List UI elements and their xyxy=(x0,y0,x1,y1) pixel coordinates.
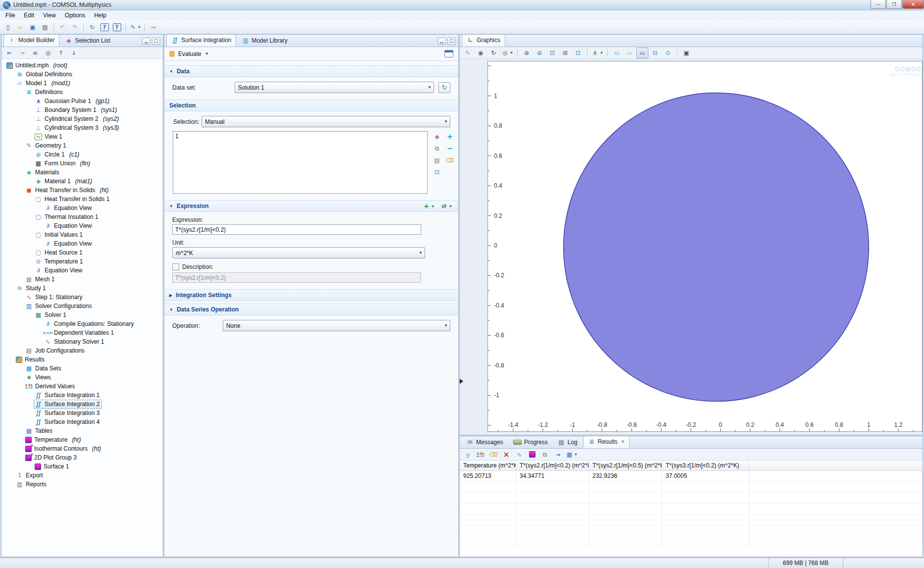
table-graph-button[interactable]: ∿ xyxy=(513,449,525,460)
operation-combobox[interactable]: None ▼ xyxy=(223,320,450,331)
menu-help[interactable]: Help xyxy=(90,11,111,20)
tree-item[interactable]: ◼Heat Transfer in Solids(ht) xyxy=(1,186,163,195)
tree-item[interactable]: ●Circle 1(c1) xyxy=(1,150,163,159)
selection-listbox[interactable]: 1 xyxy=(173,131,428,194)
copy-selection-button[interactable]: ⧉ xyxy=(431,143,443,154)
select-points-button[interactable]: ⊙ xyxy=(662,48,674,58)
tree-item[interactable]: Untitled.mph(root) xyxy=(1,61,163,70)
snapshot-button[interactable]: ▣ xyxy=(681,48,692,58)
data-set-combobox[interactable]: Solution 1 ▼ xyxy=(235,82,434,93)
evaluate-dropdown-arrow[interactable]: ▼ xyxy=(205,52,209,56)
tree-item[interactable]: xyView 1 xyxy=(1,132,163,141)
tree-item[interactable]: u,v,wDependent Variables 1 xyxy=(1,328,163,337)
selection-combobox[interactable]: Manual ▼ xyxy=(201,116,450,127)
forward-button[interactable]: → xyxy=(16,48,28,58)
tree-item[interactable]: ▩Form Union(fin) xyxy=(1,159,163,168)
create-selection-button[interactable]: ◈ xyxy=(431,131,443,142)
help-button[interactable]: ? xyxy=(98,22,110,33)
tree-item[interactable]: ∗Views xyxy=(1,373,163,382)
tree-item[interactable]: ∬Surface Integration 3 xyxy=(1,409,163,417)
tree-item[interactable]: ◈Materials xyxy=(1,168,163,177)
tree-item[interactable]: ≡Definitions xyxy=(1,88,163,97)
save-button[interactable]: ▣ xyxy=(27,22,39,33)
panel-minimize-button[interactable]: ▁ xyxy=(438,38,446,45)
panel-maximize-button[interactable]: ▢ xyxy=(447,38,456,45)
tree-item[interactable]: ∬Surface Integration 2 xyxy=(1,400,163,409)
tree-item[interactable]: ∧Gaussian Pulse 1(gp1) xyxy=(1,97,163,105)
tree-item[interactable]: ∬Surface Integration 1 xyxy=(1,391,163,400)
tree-item[interactable]: ✎Geometry 1 xyxy=(1,141,163,150)
column-header[interactable]: Temperature (m^2*K) xyxy=(460,461,516,470)
show-options-button[interactable]: ◎ xyxy=(42,48,54,58)
collapse-all-button[interactable]: ≡ xyxy=(29,48,41,58)
tree-item[interactable]: ▥Reports xyxy=(1,480,163,489)
refresh-plot-button[interactable]: ↻ xyxy=(487,48,499,58)
move-down-button[interactable]: ↓ xyxy=(68,48,80,58)
copy-table-button[interactable]: ⧉ xyxy=(539,449,551,460)
full-precision-button[interactable]: ⣶ xyxy=(462,449,474,460)
deselect-box-button[interactable]: ▭ xyxy=(624,48,635,58)
tab-graphics[interactable]: ∟Graphics xyxy=(462,34,505,47)
clear-table-button[interactable]: ⌫ xyxy=(487,449,499,460)
redo-button[interactable]: ↷ xyxy=(69,22,81,33)
tab-messages[interactable]: ✉Messages xyxy=(462,437,508,448)
domain-circle[interactable] xyxy=(564,93,869,402)
measure-button[interactable]: ↔ xyxy=(147,22,159,33)
undo-button[interactable]: ↶ xyxy=(56,22,68,33)
splitter-handle[interactable] xyxy=(460,379,463,384)
back-button[interactable]: ← xyxy=(3,48,15,58)
tree-item[interactable]: ▩Mesh 1 xyxy=(1,275,163,284)
unit-combobox[interactable]: m^2*K ▼ xyxy=(172,247,425,258)
selection-list-item[interactable]: 1 xyxy=(175,133,425,140)
tab-log[interactable]: ▤Log xyxy=(553,437,582,448)
menu-options[interactable]: Options xyxy=(60,11,90,20)
tree-item[interactable]: ▤Job Configurations xyxy=(1,346,163,355)
plot-canvas[interactable]: -1.4-1.2-1-0.8-0.6-0.4-0.200.20.40.60.81… xyxy=(487,61,923,432)
tab-close-icon[interactable]: ✕ xyxy=(621,439,625,444)
tree-item[interactable]: ∬Surface Integration 4 xyxy=(1,417,163,426)
tree-item[interactable]: ▢Thermal Insulation 1 xyxy=(1,212,163,221)
delete-table-button[interactable]: × xyxy=(500,449,512,460)
tab-surface-integration[interactable]: ∬Surface Integration xyxy=(166,34,236,47)
tree-item[interactable]: 8.85e-12Derived Values xyxy=(1,382,163,391)
clear-selection-button[interactable]: ⌫ xyxy=(444,155,456,166)
column-header[interactable]: T*(sys3.r[1/m]<0.2) (m^2*K) xyxy=(662,461,749,470)
material-browser-button[interactable]: ✎▼ xyxy=(128,22,142,33)
zoom-extents-button[interactable]: ⊞ xyxy=(559,48,571,58)
tree-item[interactable]: ≡Global Definitions xyxy=(1,70,163,79)
tree-item[interactable]: ▢Heat Source 1 xyxy=(1,248,163,257)
tab-results[interactable]: ≣Results✕ xyxy=(583,436,630,448)
tab-model-builder[interactable]: ⊦Model Builder xyxy=(3,34,59,47)
tab-selection-list[interactable]: ◈Selection List xyxy=(60,36,114,47)
tree-item[interactable]: Surface 1 xyxy=(1,462,163,471)
view-options-button[interactable]: ◎▼ xyxy=(500,48,514,58)
tree-item[interactable]: ∿Step 1: Stationary xyxy=(1,293,163,302)
tree-item[interactable]: ⊖Temperature 1 xyxy=(1,257,163,266)
tree-item[interactable]: ⊥Boundary System 1(sys1) xyxy=(1,105,163,114)
add-expression-button[interactable]: +▼ xyxy=(422,201,436,211)
panel-maximize-button[interactable]: ▢ xyxy=(152,38,160,45)
tree-item[interactable]: ⊥Cylindrical System 2(sys2) xyxy=(1,114,163,123)
column-header[interactable]: T*(sys2.r[1/m]<0.2) (m^2*K) xyxy=(516,461,589,470)
table-options-button[interactable]: ▦▼ xyxy=(565,449,579,460)
open-file-button[interactable]: ▱ xyxy=(14,22,26,33)
tree-item[interactable]: ▦Tables xyxy=(1,426,163,435)
tree-item[interactable]: ∂Equation View xyxy=(1,239,163,248)
description-checkbox[interactable] xyxy=(172,263,179,270)
tree-item[interactable]: Results xyxy=(1,355,163,364)
scene-light-button[interactable]: ◉ xyxy=(475,48,486,58)
select-box-button[interactable]: ▭ xyxy=(611,48,623,58)
maximize-button[interactable]: ❐ xyxy=(886,0,902,9)
default-view-button[interactable]: ⋔▼ xyxy=(590,48,604,58)
table-surface-button[interactable] xyxy=(526,449,538,460)
tree-item[interactable]: ▱Model 1(mod1) xyxy=(1,79,163,88)
tree-item[interactable]: ⊥Cylindrical System 3(sys3) xyxy=(1,123,163,132)
tab-model-library[interactable]: ▥Model Library xyxy=(237,36,292,47)
tree-item[interactable]: ∂Equation View xyxy=(1,221,163,230)
refresh-solutions-button[interactable]: ↻ xyxy=(438,82,450,93)
tree-item[interactable]: ◈Material 1(mat1) xyxy=(1,177,163,186)
tree-item[interactable]: ∂Equation View xyxy=(1,266,163,275)
column-header[interactable]: T*(sys2.r[1/m]<0.5) (m^2*K) xyxy=(589,461,662,470)
evaluate-button[interactable]: Evaluate xyxy=(178,51,201,57)
show-window-button[interactable] xyxy=(444,50,453,57)
